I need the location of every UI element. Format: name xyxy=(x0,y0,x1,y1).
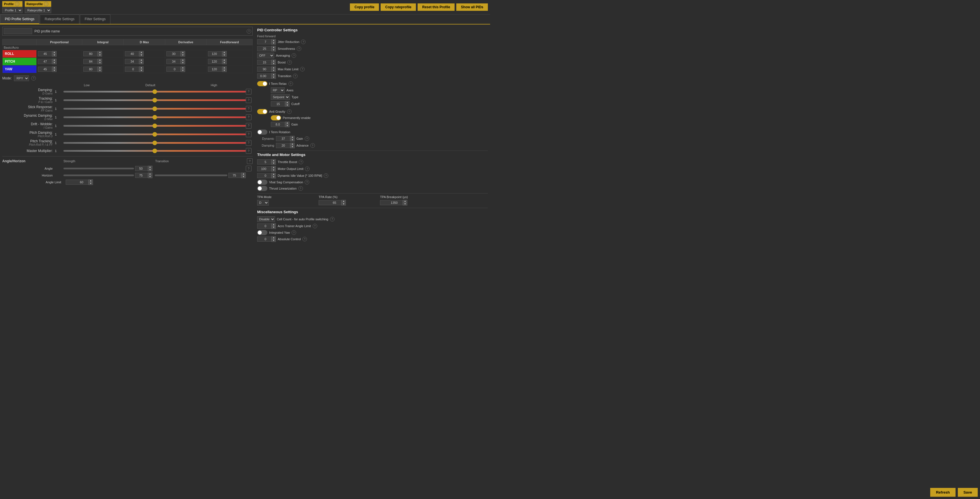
yaw-p-input[interactable] xyxy=(38,67,52,72)
profile-select[interactable]: Profile 1 Profile 2 Profile 3 xyxy=(2,7,22,13)
throttle-boost-input[interactable] xyxy=(257,159,271,164)
yaw-d-up[interactable]: ▲ xyxy=(181,66,185,69)
pitch-damping-help[interactable]: ? xyxy=(246,132,251,137)
advance-up[interactable]: ▲ xyxy=(290,143,295,145)
pitch-dmax-down[interactable]: ▼ xyxy=(139,62,144,64)
anti-gravity-help[interactable]: ? xyxy=(287,109,291,114)
copy-rateprofile-button[interactable]: Copy rateprofile xyxy=(380,3,416,11)
integrated-yaw-toggle[interactable] xyxy=(257,230,267,235)
mol-down[interactable]: ▼ xyxy=(271,169,276,172)
iterm-relax-help[interactable]: ? xyxy=(288,81,293,86)
roll-ff-down[interactable]: ▼ xyxy=(222,54,227,57)
tpa-bp-up[interactable]: ▲ xyxy=(403,200,407,202)
mode-select[interactable]: RPY RP xyxy=(14,75,29,81)
roll-dmax-down[interactable]: ▼ xyxy=(139,54,144,57)
tracking-help[interactable]: ? xyxy=(246,97,251,103)
drift-wobble-help[interactable]: ? xyxy=(246,123,251,129)
damping-slider-track[interactable] xyxy=(64,89,246,95)
yaw-d-down[interactable]: ▼ xyxy=(181,69,185,72)
tracking-slider-track[interactable] xyxy=(64,97,246,103)
reset-profile-button[interactable]: Reset this Profile xyxy=(418,3,455,11)
thrust-help[interactable]: ? xyxy=(298,186,303,191)
pitch-dmax-input[interactable] xyxy=(125,59,139,64)
tb-down[interactable]: ▼ xyxy=(271,162,276,165)
tpa-mode-select[interactable]: DOff xyxy=(257,200,269,206)
pid-name-input[interactable] xyxy=(4,28,32,34)
roll-ff-up[interactable]: ▲ xyxy=(222,51,227,54)
maxrate-help[interactable]: ? xyxy=(300,67,305,72)
mol-help[interactable]: ? xyxy=(305,166,310,171)
yaw-d-input[interactable] xyxy=(166,67,181,72)
pitch-d-down[interactable]: ▼ xyxy=(181,62,185,64)
iterm-rotation-toggle[interactable] xyxy=(257,129,267,135)
iterm-relax-toggle[interactable] xyxy=(257,81,267,86)
roll-d-down[interactable]: ▼ xyxy=(181,54,185,57)
boost-help[interactable]: ? xyxy=(287,60,292,65)
tpa-breakpoint-input[interactable] xyxy=(380,200,403,205)
smooth-up[interactable]: ▲ xyxy=(271,46,276,49)
jitter-help[interactable]: ? xyxy=(301,40,305,44)
averaging-help[interactable]: ? xyxy=(291,53,296,58)
master-multiplier-help[interactable]: ? xyxy=(246,148,251,154)
pitch-tracking-thumb[interactable] xyxy=(153,140,157,145)
feedforward-input[interactable] xyxy=(257,39,271,45)
show-all-pids-button[interactable]: Show all PIDs xyxy=(456,3,488,11)
roll-d-up[interactable]: ▲ xyxy=(181,51,185,54)
di-help[interactable]: ? xyxy=(324,173,328,178)
angle-help[interactable]: ? xyxy=(246,166,251,171)
roll-ff-input[interactable] xyxy=(208,51,222,56)
smoothness-input[interactable] xyxy=(257,46,271,51)
di-up[interactable]: ▲ xyxy=(271,173,276,175)
ag-gain-up[interactable]: ▲ xyxy=(285,121,290,124)
ff-down[interactable]: ▼ xyxy=(271,42,276,45)
tpa-bp-down[interactable]: ▼ xyxy=(403,202,407,206)
tpa-rate-input[interactable] xyxy=(318,200,341,205)
yaw-i-up[interactable]: ▲ xyxy=(97,66,102,69)
horizon-strength-value[interactable] xyxy=(135,173,148,178)
yaw-i-down[interactable]: ▼ xyxy=(97,69,102,72)
stick-response-thumb[interactable] xyxy=(153,107,157,111)
ag-gain-input[interactable] xyxy=(271,122,285,127)
dynamic-damping-thumb[interactable] xyxy=(153,115,157,120)
permanently-enable-toggle[interactable] xyxy=(271,115,281,120)
cutoff-input[interactable] xyxy=(271,101,285,107)
tab-filter-settings[interactable]: Filter Settings xyxy=(80,14,110,24)
rateprofile-select[interactable]: Rateprofile 1 Rateprofile 2 Rateprofile … xyxy=(25,7,51,13)
roll-i-up[interactable]: ▲ xyxy=(97,51,102,54)
absolute-control-input[interactable] xyxy=(257,236,271,242)
advance-help[interactable]: ? xyxy=(310,143,315,148)
smoothness-help[interactable]: ? xyxy=(297,46,301,51)
maxrate-up[interactable]: ▲ xyxy=(271,66,276,69)
horizon-strength-up[interactable]: ▲ xyxy=(148,172,153,175)
max-rate-limit-input[interactable] xyxy=(257,67,271,72)
integrated-yaw-help[interactable]: ? xyxy=(291,230,296,235)
transition-input[interactable] xyxy=(257,73,271,78)
acro-up[interactable]: ▲ xyxy=(271,223,276,226)
dynamic-damping-help[interactable]: ? xyxy=(246,115,251,120)
pid-name-help[interactable]: ? xyxy=(247,29,251,33)
acro-down[interactable]: ▼ xyxy=(271,226,276,229)
angle-limit-value[interactable] xyxy=(66,180,89,185)
horizon-transition-value[interactable] xyxy=(228,173,241,178)
angle-strength-value[interactable] xyxy=(135,166,148,171)
trans-down[interactable]: ▼ xyxy=(271,76,276,79)
cell-count-select[interactable]: Disable123456 xyxy=(257,216,275,222)
boost-input[interactable] xyxy=(257,60,271,65)
ag-gain-down[interactable]: ▼ xyxy=(285,124,290,127)
yaw-dmax-input[interactable] xyxy=(125,67,139,72)
roll-p-up[interactable]: ▲ xyxy=(52,51,57,54)
horizon-transition-up[interactable]: ▲ xyxy=(241,172,246,175)
advance-down[interactable]: ▼ xyxy=(290,145,295,148)
pitch-i-input[interactable] xyxy=(83,59,97,64)
trans-up[interactable]: ▲ xyxy=(271,73,276,76)
damping-thumb[interactable] xyxy=(153,89,157,94)
yaw-p-down[interactable]: ▼ xyxy=(52,69,57,72)
mol-up[interactable]: ▲ xyxy=(271,166,276,169)
horizon-strength-down[interactable]: ▼ xyxy=(148,175,153,178)
yaw-ff-input[interactable] xyxy=(208,67,222,72)
vbat-sag-toggle[interactable] xyxy=(257,180,267,185)
ac-down[interactable]: ▼ xyxy=(271,239,276,242)
dyn-gain-up[interactable]: ▲ xyxy=(290,136,295,139)
absolute-control-help[interactable]: ? xyxy=(302,237,307,241)
stick-response-help[interactable]: ? xyxy=(246,106,251,112)
